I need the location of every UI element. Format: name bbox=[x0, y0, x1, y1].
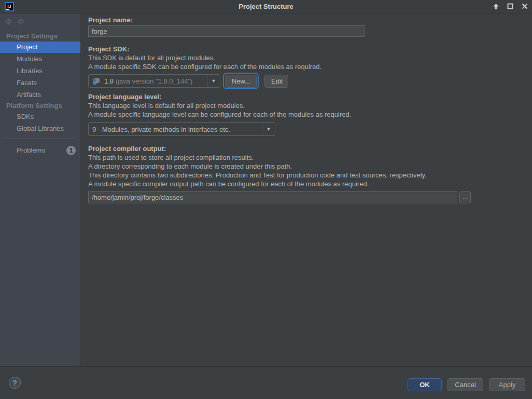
compiler-output-path-input[interactable] bbox=[88, 191, 457, 203]
forward-icon[interactable] bbox=[18, 18, 25, 25]
language-level-label: Project language level: bbox=[88, 93, 162, 101]
sidebar: Project Settings Project Modules Librari… bbox=[0, 13, 80, 366]
project-sdk-desc-2: A module specific SDK can be configured … bbox=[88, 63, 321, 71]
problems-label: Problems bbox=[17, 145, 45, 156]
sidebar-divider bbox=[4, 139, 76, 139]
unmaximize-icon[interactable] bbox=[492, 2, 500, 10]
sidebar-item-facets[interactable]: Facets bbox=[0, 77, 80, 89]
sdk-icon bbox=[89, 77, 101, 85]
compiler-output-desc-3: This directory contains two subdirectori… bbox=[88, 171, 427, 179]
compiler-output-desc-1: This path is used to store all project c… bbox=[88, 154, 254, 161]
sidebar-item-problems[interactable]: Problems 1 bbox=[0, 145, 80, 156]
sidebar-item-project[interactable]: Project bbox=[0, 42, 80, 53]
maximize-icon[interactable] bbox=[506, 2, 514, 10]
sidebar-item-modules[interactable]: Modules bbox=[0, 53, 80, 65]
sidebar-item-libraries[interactable]: Libraries bbox=[0, 65, 80, 77]
window-title: Project Structure bbox=[0, 3, 532, 10]
footer-bar: ? OK Cancel Apply bbox=[0, 366, 532, 399]
section-header-platform-settings: Platform Settings bbox=[6, 102, 62, 109]
ok-button[interactable]: OK bbox=[408, 378, 442, 391]
project-name-input[interactable] bbox=[88, 25, 365, 37]
project-sdk-label: Project SDK: bbox=[88, 45, 129, 53]
language-level-value: 9 - Modules, private methods in interfac… bbox=[89, 126, 262, 133]
project-name-label: Project name: bbox=[88, 16, 133, 24]
language-level-combobox[interactable]: 9 - Modules, private methods in interfac… bbox=[88, 122, 275, 136]
help-icon[interactable]: ? bbox=[9, 377, 21, 389]
sdk-edit-button[interactable]: Edit bbox=[264, 75, 288, 88]
titlebar: IJ Project Structure bbox=[0, 0, 532, 13]
project-structure-dialog: IJ Project Structure Project Settings Pr… bbox=[0, 0, 532, 399]
language-level-desc-2: A module specific language level can be … bbox=[88, 111, 351, 118]
problems-count-badge: 1 bbox=[66, 146, 76, 155]
sidebar-item-sdks[interactable]: SDKs bbox=[0, 111, 80, 122]
compiler-output-label: Project compiler output: bbox=[88, 145, 166, 153]
project-sdk-value: 1.8 (java version "1.8.0_144") bbox=[101, 77, 207, 85]
sidebar-item-artifacts[interactable]: Artifacts bbox=[0, 89, 80, 101]
compiler-output-desc-4: A module specific compiler output path c… bbox=[88, 180, 369, 188]
language-level-desc-1: This language level is default for all p… bbox=[88, 102, 245, 109]
cancel-button[interactable]: Cancel bbox=[447, 378, 483, 391]
section-header-project-settings: Project Settings bbox=[6, 32, 58, 40]
apply-button[interactable]: Apply bbox=[489, 378, 525, 391]
chevron-down-icon[interactable]: ▼ bbox=[207, 75, 220, 87]
sdk-new-button[interactable]: New... bbox=[225, 75, 257, 88]
project-sdk-version-dim: (java version "1.8.0_144") bbox=[116, 77, 193, 85]
chevron-down-icon[interactable]: ▼ bbox=[262, 123, 275, 135]
project-sdk-desc-1: This SDK is default for all project modu… bbox=[88, 54, 215, 62]
browse-button[interactable]: … bbox=[459, 191, 471, 203]
close-icon[interactable] bbox=[521, 2, 529, 10]
sidebar-item-global-libraries[interactable]: Global Libraries bbox=[0, 123, 80, 134]
compiler-output-desc-2: A directory corresponding to each module… bbox=[88, 162, 292, 170]
project-sdk-combobox[interactable]: 1.8 (java version "1.8.0_144") ▼ bbox=[88, 74, 220, 88]
back-icon[interactable] bbox=[4, 18, 12, 25]
